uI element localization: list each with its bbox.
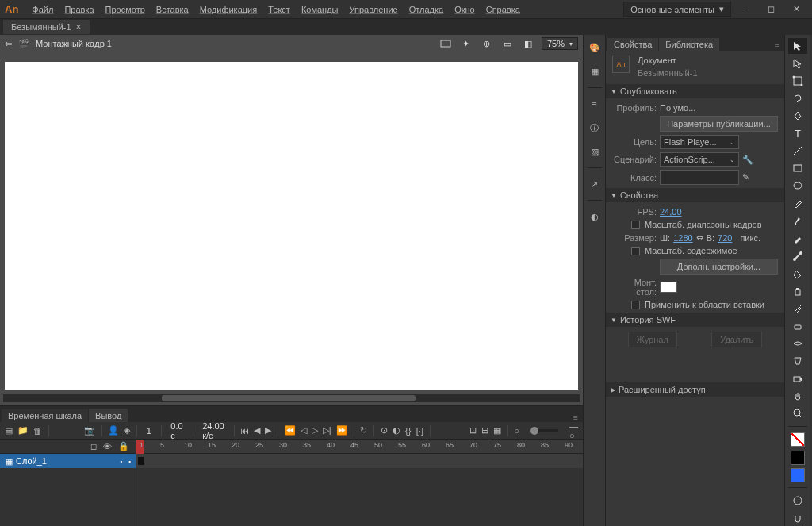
clip-icon[interactable]: ▭ <box>500 36 515 51</box>
transform-panel-icon[interactable]: ▨ <box>587 144 603 159</box>
menu-window[interactable]: Окно <box>449 5 481 14</box>
loop-icon[interactable]: ↻ <box>360 424 367 437</box>
publish-settings-button[interactable]: Параметры публикации... <box>660 116 778 132</box>
edit-class-icon[interactable]: ✎ <box>742 172 749 182</box>
camera-icon[interactable]: 📷 <box>84 424 95 437</box>
props-section-header[interactable]: ▼Свойства <box>606 188 784 202</box>
line-tool[interactable] <box>788 143 807 159</box>
oval-tool[interactable] <box>788 178 807 194</box>
play-icon[interactable]: ▷ <box>312 424 318 437</box>
selection-tool[interactable] <box>788 38 807 54</box>
visibility-toggle-icon[interactable]: 👁 <box>103 442 112 451</box>
zoom-dropdown[interactable]: 75%▾ <box>542 37 578 50</box>
zoom-tool[interactable] <box>788 405 807 421</box>
eraser-tool[interactable] <box>788 318 807 334</box>
center-frame-icon[interactable]: ⊡ <box>469 424 477 437</box>
bone-tool[interactable] <box>788 248 807 264</box>
stage-color-swatch[interactable] <box>660 282 677 293</box>
link-dimensions-icon[interactable]: ⇔ <box>696 232 703 243</box>
tint-icon[interactable]: ▦ <box>493 424 501 437</box>
width-tool[interactable] <box>788 336 807 351</box>
frame-ruler[interactable]: 1 5 10 15 20 25 30 35 40 45 50 55 60 65 <box>136 440 583 454</box>
class-input[interactable] <box>660 170 739 185</box>
eyedropper-tool[interactable] <box>788 301 807 317</box>
subselection-tool[interactable] <box>788 56 807 71</box>
layer-name[interactable]: Слой_1 <box>16 456 47 466</box>
info-panel-icon[interactable]: ⓘ <box>587 120 603 136</box>
menu-view[interactable]: Просмотр <box>100 5 151 14</box>
text-tool[interactable]: T <box>788 125 807 141</box>
lasso-tool[interactable] <box>788 90 807 106</box>
menu-modify[interactable]: Модификация <box>194 5 263 14</box>
scale-content-checkbox[interactable]: Масштаб. содержимое <box>631 246 778 255</box>
target-dropdown[interactable]: Flash Playe...⌄ <box>660 135 739 149</box>
menu-text[interactable]: Текст <box>262 5 296 14</box>
horizontal-scrollbar[interactable] <box>3 394 580 402</box>
keyframe[interactable] <box>138 457 144 465</box>
fps-value[interactable]: 24,00 <box>660 207 682 217</box>
stage-canvas[interactable] <box>5 62 578 390</box>
timeline-zoom-slider[interactable] <box>530 429 558 432</box>
cc-libraries-icon[interactable]: ◐ <box>587 209 603 225</box>
align-panel-icon[interactable]: ≡ <box>587 96 603 112</box>
paint-brush-tool[interactable] <box>788 231 807 247</box>
symbol-icon[interactable]: ✦ <box>459 36 473 51</box>
swap-colors-swatch[interactable] <box>788 466 807 482</box>
output-tab[interactable]: Вывод <box>89 409 128 422</box>
zoom-slider-minus[interactable]: ○ <box>514 426 519 436</box>
brush-tool[interactable] <box>788 213 807 228</box>
scene-icon-btn[interactable] <box>439 36 453 51</box>
paint-bucket-tool[interactable] <box>788 266 807 282</box>
menu-commands[interactable]: Команды <box>296 5 344 14</box>
fill-color-swatch[interactable] <box>788 449 807 465</box>
menu-file[interactable]: Файл <box>26 5 59 14</box>
height-value[interactable]: 720 <box>718 233 732 243</box>
ink-bottle-tool[interactable] <box>788 283 807 299</box>
menu-debug[interactable]: Отладка <box>404 5 449 14</box>
swf-history-header[interactable]: ▼История SWF <box>606 313 784 327</box>
hand-tool[interactable] <box>788 388 807 404</box>
step-back-icon[interactable]: ◀ <box>254 424 260 437</box>
width-value[interactable]: 1280 <box>673 233 692 243</box>
zoom-slider-plus[interactable]: —○ <box>569 421 578 440</box>
outline-toggle-icon[interactable]: ◻ <box>90 442 97 451</box>
color-panel-icon[interactable]: 🎨 <box>587 40 603 56</box>
rotate-view-icon[interactable]: ◧ <box>521 36 535 51</box>
menu-help[interactable]: Справка <box>481 5 526 14</box>
pencil-tool[interactable] <box>788 195 807 211</box>
object-drawing-toggle[interactable] <box>788 493 807 509</box>
camera-tool[interactable] <box>788 371 807 386</box>
close-button[interactable]: ✕ <box>785 2 807 17</box>
step-fwd-icon[interactable]: ▶ <box>265 424 271 437</box>
edit-multi-icon[interactable]: ◈ <box>124 424 130 437</box>
asset-warp-tool[interactable] <box>788 353 807 369</box>
layer-row[interactable]: ▦ Слой_1 •• <box>0 454 136 468</box>
history-panel-icon[interactable]: ↗ <box>587 176 603 192</box>
menu-control[interactable]: Управление <box>344 5 404 14</box>
new-layer-icon[interactable]: ▤ <box>5 424 13 437</box>
span-icon[interactable]: ⊟ <box>481 424 488 437</box>
onion-skin-icon[interactable]: 👤 <box>108 424 119 437</box>
swatches-panel-icon[interactable]: ▦ <box>587 63 603 79</box>
onion-outline-icon[interactable]: ⊙ <box>381 424 388 437</box>
pen-tool[interactable] <box>788 108 807 124</box>
menu-insert[interactable]: Вставка <box>151 5 194 14</box>
lock-toggle-icon[interactable]: 🔒 <box>118 441 129 451</box>
frame-rate[interactable]: 24.00 к/с <box>199 421 228 440</box>
library-tab[interactable]: Библиотека <box>659 38 719 51</box>
panel-menu-icon[interactable]: ≡ <box>775 41 784 51</box>
rewind-icon[interactable]: ⏪ <box>285 424 296 437</box>
script-dropdown[interactable]: ActionScrip...⌄ <box>660 152 739 167</box>
goto-first-icon[interactable]: ⏮ <box>240 424 249 437</box>
free-transform-tool[interactable] <box>788 73 807 89</box>
frame-track[interactable] <box>136 454 583 468</box>
workspace-dropdown[interactable]: Основные элементы▾ <box>623 2 731 17</box>
snap-toggle[interactable] <box>788 510 807 526</box>
marker-icon[interactable]: {} <box>405 424 412 437</box>
document-tab[interactable]: Безымянный-1 × <box>3 20 90 34</box>
wrench-icon[interactable]: 🔧 <box>742 155 753 165</box>
center-stage-icon[interactable]: ⊕ <box>480 36 494 51</box>
fast-fwd-icon[interactable]: ⏩ <box>336 424 347 437</box>
rectangle-tool[interactable] <box>788 160 807 176</box>
next-frame-icon[interactable]: ▷| <box>323 424 331 437</box>
